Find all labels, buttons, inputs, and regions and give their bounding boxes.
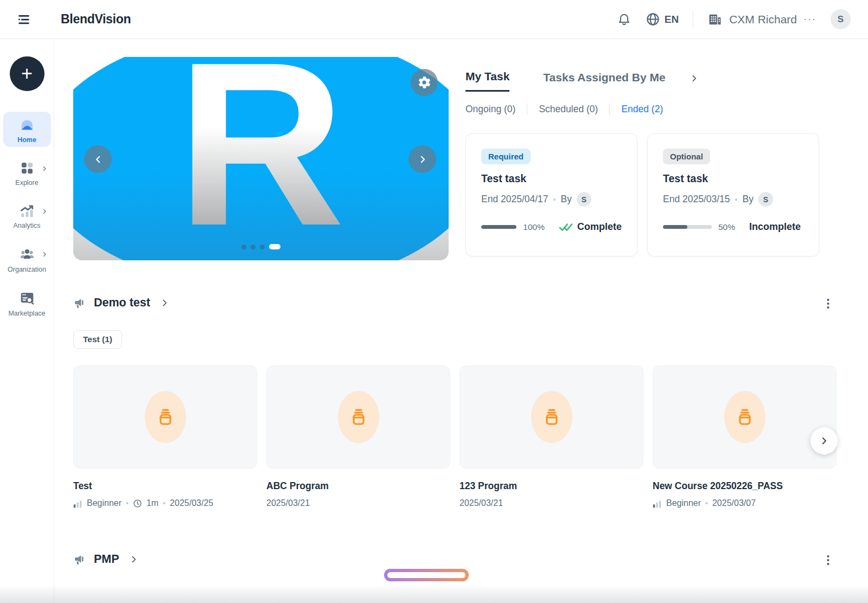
course-thumbnail [73, 365, 257, 469]
course-thumbnail [266, 365, 450, 469]
task-title: Test task [481, 172, 622, 185]
section-title[interactable]: Demo test [94, 296, 150, 310]
course-placeholder-circle [724, 391, 765, 443]
chevron-right-icon[interactable] [160, 298, 169, 307]
sidebar-item-label: Home [17, 136, 36, 144]
task-status: Complete [577, 221, 622, 233]
banner-settings-button[interactable] [411, 69, 438, 96]
dot-separator: • [553, 195, 556, 204]
gear-icon [417, 75, 432, 90]
sidebar-item-label: Analytics [13, 222, 40, 229]
user-avatar[interactable]: S [831, 9, 851, 29]
clock-icon [133, 499, 142, 508]
section-title[interactable]: PMP [94, 553, 119, 566]
section-kebab-menu-icon[interactable] [824, 297, 832, 310]
task-status: Incomplete [749, 221, 801, 233]
sidebar-item-label: Organization [8, 266, 46, 273]
megaphone-icon [73, 297, 86, 310]
sidebar-item-marketplace[interactable]: Marketplace [3, 285, 51, 320]
filter-divider [609, 104, 610, 115]
course-card[interactable]: ABC Program 2025/03/21 [266, 365, 450, 508]
filter-ended[interactable]: Ended (2) [621, 104, 663, 115]
chevron-right-icon [41, 165, 48, 172]
sidebar: + Home Explore [0, 39, 54, 603]
chevron-right-icon [41, 208, 48, 215]
carousel-dot[interactable] [251, 245, 256, 249]
courses-carousel: Test Beginner • [73, 365, 837, 508]
filter-scheduled[interactable]: Scheduled (0) [539, 104, 598, 115]
organization-people-icon [18, 246, 36, 263]
course-placeholder-circle [531, 391, 572, 443]
task-badge-required: Required [481, 149, 531, 164]
sidebar-item-home[interactable]: Home [3, 112, 51, 147]
course-date: 2025/03/21 [266, 498, 310, 508]
progress-bar [481, 225, 516, 229]
carousel-next-button[interactable] [409, 145, 436, 173]
language-label: EN [665, 14, 679, 25]
chevron-right-icon [41, 251, 48, 258]
course-date: 2025/03/25 [170, 498, 213, 508]
level-bars-icon [653, 499, 662, 508]
megaphone-icon [73, 553, 86, 566]
explore-grid-icon [19, 160, 35, 176]
sidebar-item-label: Marketplace [8, 310, 45, 317]
workspace-name-ellipsis: ··· [803, 14, 816, 25]
archive-box-icon [348, 406, 369, 428]
carousel-dot-active[interactable] [269, 244, 280, 249]
marketplace-search-window-icon [18, 290, 36, 307]
loading-indicator-track [387, 572, 465, 578]
section-header-pmp: PMP [73, 553, 837, 566]
task-card[interactable]: Required Test task End 2025/04/17 • By S… [465, 133, 637, 256]
main-content: R [54, 39, 868, 603]
sidebar-item-explore[interactable]: Explore [3, 156, 51, 190]
course-title: 123 Program [459, 480, 643, 492]
carousel-prev-button[interactable] [84, 145, 112, 173]
sidebar-item-analytics[interactable]: Analytics [3, 198, 51, 233]
organization-building-icon [707, 12, 723, 27]
section-kebab-menu-icon[interactable] [824, 554, 832, 567]
course-card[interactable]: 123 Program 2025/03/21 [459, 365, 643, 508]
archive-box-icon [155, 406, 176, 428]
task-card[interactable]: Optional Test task End 2025/03/15 • By S… [647, 133, 819, 256]
chevron-right-icon [819, 436, 829, 446]
tab-my-task[interactable]: My Task [465, 70, 509, 92]
filter-ongoing[interactable]: Ongoing (0) [465, 104, 515, 115]
home-icon [18, 116, 36, 133]
topbar-divider [693, 10, 693, 29]
globe-icon [646, 12, 660, 27]
sidebar-item-organization[interactable]: Organization [3, 241, 51, 277]
chevron-right-icon[interactable] [129, 555, 138, 564]
banner-carousel[interactable]: R [73, 57, 449, 260]
course-title: Test [73, 480, 257, 492]
notifications-bell-icon[interactable] [617, 12, 631, 27]
tasks-more-chevron-icon[interactable] [690, 74, 699, 83]
create-plus-button[interactable]: + [10, 56, 44, 91]
course-date: 2025/03/21 [459, 498, 503, 508]
course-card[interactable]: Test Beginner • [73, 365, 257, 508]
banner-image-letter: R [73, 57, 449, 245]
tab-tasks-assigned-by-me[interactable]: Tasks Assigned By Me [543, 71, 665, 91]
courses-next-button[interactable] [810, 427, 838, 454]
progress-bar-fill [481, 225, 516, 229]
carousel-dot[interactable] [260, 245, 265, 249]
level-bars-icon [73, 499, 82, 508]
course-date: 2025/03/07 [712, 498, 756, 508]
workspace-switcher[interactable]: CXM Richard ··· [707, 12, 816, 27]
top-bar: BlendVision EN [0, 0, 868, 39]
double-check-icon [559, 222, 573, 233]
task-end-date: End 2025/04/17 [481, 194, 548, 205]
task-title: Test task [663, 172, 803, 185]
brand-logo[interactable]: BlendVision [61, 12, 131, 27]
course-card[interactable]: New Course 20250226_PASS Beginner • 2025… [653, 365, 837, 508]
progress-bar-fill [663, 225, 687, 229]
task-by-label: By [743, 194, 754, 205]
language-selector[interactable]: EN [646, 12, 679, 27]
carousel-dot[interactable] [241, 245, 246, 249]
category-chip-test[interactable]: Test (1) [73, 330, 122, 349]
progress-bar [663, 225, 712, 229]
course-duration: 1m [146, 498, 158, 508]
dot-separator: • [126, 499, 129, 508]
chevron-right-icon [418, 155, 427, 164]
menu-icon[interactable] [13, 9, 35, 30]
course-title: ABC Program [266, 480, 450, 492]
